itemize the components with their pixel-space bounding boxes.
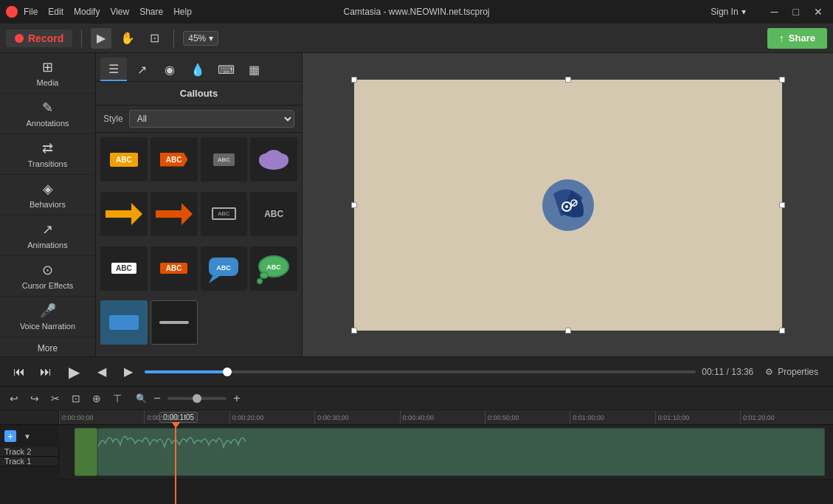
timeline-content: + ▼ Track 2 Track 1 0:00:1t05 0:00:00;00… [0, 410, 833, 504]
track-2-clip-small[interactable] [75, 428, 97, 476]
menu-share[interactable]: Share [139, 7, 163, 17]
progress-thumb[interactable] [223, 367, 232, 376]
add-track-button[interactable]: + [4, 430, 16, 442]
add-track-row-left: + ▼ [0, 425, 59, 447]
zoom-out-button[interactable]: − [150, 391, 165, 406]
animations-icon: ↗ [42, 221, 53, 238]
skip-back-button[interactable]: ⏮ [9, 362, 30, 382]
callout-partial-2[interactable] [151, 300, 198, 345]
menu-modify[interactable]: Modify [74, 7, 100, 17]
close-button[interactable]: ✕ [809, 4, 827, 19]
menu-bar: File Edit Modify View Share Help [6, 6, 192, 18]
cursor-effects-icon: ⊙ [42, 262, 53, 278]
handle-top-left[interactable] [351, 77, 357, 83]
redo-button[interactable]: ↪ [27, 390, 43, 407]
callouts-tabs: ☰ ↗ ◉ 💧 ⌨ ▦ [96, 53, 302, 82]
handle-bottom-left[interactable] [351, 328, 357, 334]
undo-button[interactable]: ↩ [6, 390, 22, 407]
cut-button[interactable]: ✂ [47, 390, 63, 407]
callout-outline-rect[interactable]: ABC [201, 192, 248, 236]
menu-file[interactable]: File [24, 7, 38, 17]
panel-item-media[interactable]: ⊞ Media [0, 53, 95, 94]
copy-button[interactable]: ⊡ [68, 390, 84, 407]
callout-orange-small[interactable]: ABC [151, 246, 198, 291]
select-tool[interactable]: ▶ [91, 28, 111, 49]
prev-button[interactable]: ◀ [91, 362, 112, 382]
callout-gray-rect[interactable]: ABC [201, 137, 248, 182]
handle-bottom-right[interactable] [779, 328, 785, 334]
playhead[interactable] [175, 425, 176, 504]
progress-bar[interactable] [145, 370, 696, 373]
panel-item-transitions[interactable]: ⇄ Transitions [0, 134, 95, 175]
minimize-button[interactable]: ─ [767, 4, 783, 19]
callouts-tab[interactable]: ☰ [100, 58, 127, 81]
timeline-main: 0:00:1t05 0:00:00;00 0:00:10;00 0:00:20;… [59, 410, 833, 504]
zoom-controls: 🔍 − + [136, 391, 244, 406]
arrows-tab[interactable]: ↗ [128, 58, 155, 81]
handle-middle-right[interactable] [779, 202, 785, 208]
expand-button[interactable]: ▼ [19, 428, 35, 444]
panel-item-voice-narration[interactable]: 🎤 Voice Narration [0, 297, 95, 337]
panel-item-annotations[interactable]: ✎ Annotations [0, 94, 95, 134]
callout-abc-plain[interactable]: ABC [250, 192, 297, 236]
handle-bottom-middle[interactable] [565, 328, 571, 334]
callout-partial-1[interactable] [100, 300, 148, 345]
grid-tab[interactable]: ▦ [241, 58, 267, 81]
hand-tool[interactable]: ✋ [117, 28, 138, 49]
canvas-area [303, 53, 833, 356]
circle-tab[interactable]: ◉ [156, 58, 183, 81]
handle-middle-left[interactable] [351, 202, 357, 208]
svg-point-10 [260, 272, 268, 278]
callout-green-speech[interactable]: ABC [250, 246, 297, 291]
properties-button[interactable]: ⚙ Properties [759, 364, 824, 380]
panel-item-animations[interactable]: ↗ Animations [0, 215, 95, 256]
panel-item-cursor-effects[interactable]: ⊙ Cursor Effects [0, 256, 95, 297]
paste-button[interactable]: ⊕ [89, 390, 105, 407]
ruler-mark-2: 0:00:20;00 [229, 410, 264, 424]
crop-tool[interactable]: ⊡ [144, 28, 165, 49]
maximize-button[interactable]: □ [789, 4, 803, 19]
frame-back-button[interactable]: ⏭ [35, 362, 56, 382]
callout-abc-white[interactable]: ABC [100, 246, 148, 291]
toolbar-separator-2 [173, 30, 174, 47]
timeline-left-labels: + ▼ Track 2 Track 1 [0, 410, 59, 504]
playback-bar: ⏮ ⏭ ▶ ◀ ▶ 00:11 / 13:36 ⚙ Properties [0, 356, 833, 386]
handle-top-middle[interactable] [565, 77, 571, 83]
menu-view[interactable]: View [110, 7, 129, 17]
style-select[interactable]: All Basic Arrow Speech Thought [129, 110, 294, 128]
behaviors-icon: ◈ [43, 181, 53, 197]
window-title: Camtasia - www.NEOWIN.net.tscproj [343, 7, 489, 17]
split-button[interactable]: ⊤ [109, 390, 125, 407]
shapes-tab[interactable]: 💧 [184, 58, 211, 81]
callout-yellow-arrow[interactable] [100, 192, 148, 236]
menu-edit[interactable]: Edit [48, 7, 63, 17]
share-button[interactable]: ↑ Share [767, 28, 827, 49]
record-dot [15, 34, 24, 43]
annotations-icon: ✎ [42, 100, 53, 116]
callout-blue-bubble[interactable]: ABC [201, 246, 248, 291]
next-button[interactable]: ▶ [118, 362, 139, 382]
zoom-slider-thumb[interactable] [193, 394, 201, 403]
more-button[interactable]: More [0, 337, 95, 359]
menu-help[interactable]: Help [173, 7, 192, 17]
record-button[interactable]: Record [6, 30, 72, 47]
track-2-clip-main[interactable] [97, 428, 825, 476]
zoom-slider[interactable] [167, 397, 227, 400]
titlebar: File Edit Modify View Share Help Camtasi… [0, 0, 833, 24]
text-tab[interactable]: ⌨ [212, 58, 239, 81]
panel-item-behaviors[interactable]: ◈ Behaviors [0, 175, 95, 215]
callout-orange-flag[interactable]: ABC [151, 137, 198, 182]
orange-arrow-svg [156, 203, 193, 225]
handle-top-right[interactable] [779, 77, 785, 83]
sign-in-button[interactable]: Sign In ▾ [711, 7, 745, 17]
yellow-arrow-svg [106, 203, 142, 225]
callout-orange-arrow[interactable] [151, 192, 198, 236]
svg-text:ABC: ABC [217, 264, 232, 272]
zoom-in-button[interactable]: + [229, 391, 244, 406]
ruler-mark-5: 0:00:50;00 [485, 410, 519, 424]
zoom-control[interactable]: 45% ▾ [183, 31, 218, 46]
callout-cloud[interactable] [250, 137, 297, 182]
timeline: ↩ ↪ ✂ ⊡ ⊕ ⊤ 🔍 − + + ▼ Track 2 Track 1 [0, 386, 833, 504]
play-button[interactable]: ▶ [62, 360, 86, 384]
callout-yellow-rect[interactable]: ABC [100, 137, 148, 182]
